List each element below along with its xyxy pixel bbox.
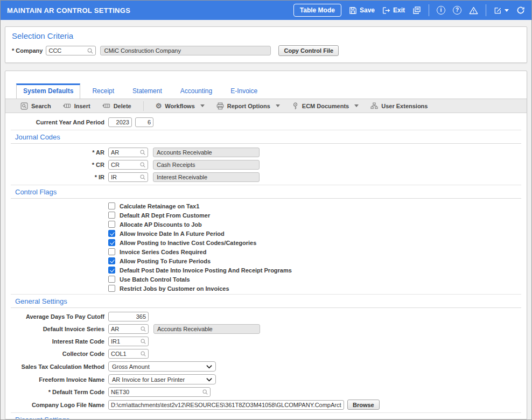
main-panel: System Defaults Receipt Statement Accoun… (5, 71, 527, 419)
collector-code-label: Collector Code (11, 351, 104, 357)
tab-receipt[interactable]: Receipt (86, 84, 121, 99)
ir-code-input[interactable] (111, 174, 139, 180)
checkbox[interactable] (108, 257, 115, 264)
checkbox[interactable] (108, 230, 115, 237)
info-button[interactable]: i (437, 6, 445, 15)
freeform-invoice-row: Freeform Invoice Name AR Invoice for Las… (11, 374, 521, 384)
user-extensions-button[interactable]: User Extensions (370, 102, 428, 109)
company-name-field: CMiC Construction Company (100, 46, 271, 55)
current-period-input[interactable] (135, 117, 153, 127)
ir-label: * IR (11, 174, 104, 180)
control-flags-list: Calculate Retainage on Tax1 Default AR D… (108, 202, 521, 292)
collector-code-input[interactable] (111, 351, 140, 357)
chevron-down-icon (206, 377, 212, 382)
workflows-dropdown-caret[interactable] (200, 104, 205, 107)
ir-desc-field: Interest Receivable (153, 172, 260, 182)
collector-code-field (108, 349, 149, 359)
avg-days-input[interactable] (108, 312, 149, 321)
company-logo-input[interactable] (108, 400, 344, 410)
org-chart-icon (370, 102, 378, 109)
delete-button[interactable]: Delete (102, 102, 131, 109)
refresh-button[interactable] (516, 6, 525, 15)
ar-code-input[interactable] (111, 149, 139, 156)
checkbox[interactable] (108, 202, 115, 209)
control-flags-title: Control Flags (11, 185, 521, 199)
info-icon: i (437, 6, 445, 15)
default-invoice-series-row: Default Invoice Series Accounts Receivab… (11, 324, 521, 334)
tab-accounting[interactable]: Accounting (174, 84, 219, 99)
checkbox[interactable] (108, 212, 115, 219)
search-lov-icon[interactable] (139, 174, 146, 180)
sales-tax-method-label: Sales Tax Calculation Method (11, 363, 104, 370)
copy-control-file-button[interactable]: Copy Control File (278, 45, 339, 56)
related-windows-button[interactable] (412, 6, 421, 15)
edit-icon (494, 6, 502, 15)
workflows-button[interactable]: ⚙ Workflows (156, 102, 205, 109)
header-actions: Table Mode Save Exit (293, 4, 525, 17)
collector-code-row: Collector Code (11, 349, 521, 359)
flag-row: Allow Posting To Future Periods (108, 257, 521, 264)
journal-codes-title: Journal Codes (11, 130, 521, 144)
tab-bar: System Defaults Receipt Statement Accoun… (5, 71, 527, 99)
exit-button[interactable]: Exit (382, 6, 405, 15)
company-label: * Company (12, 47, 43, 54)
tab-e-invoice[interactable]: E-Invoice (224, 84, 264, 99)
ir-code-field (108, 172, 148, 182)
flag-row: Allocate AP Discounts to Job (108, 221, 521, 228)
search-lov-icon[interactable] (140, 338, 146, 345)
checkbox[interactable] (108, 221, 115, 228)
tab-system-defaults[interactable]: System Defaults (16, 83, 80, 99)
interest-rate-input[interactable] (111, 338, 140, 345)
default-term-code-label: * Default Term Code (11, 389, 104, 395)
freeform-invoice-select[interactable]: AR Invoice for Laser Printer (108, 374, 216, 384)
flag-row: Invoice Series Codes Required (108, 248, 521, 255)
report-options-button[interactable]: Report Options (216, 102, 280, 110)
company-row: * Company CMiC Construction Company Copy… (12, 45, 520, 56)
company-code-input[interactable] (48, 47, 87, 54)
interest-rate-code-row: Interest Rate Code (11, 337, 521, 346)
search-lov-icon[interactable] (140, 326, 146, 332)
search-lov-icon[interactable] (139, 149, 146, 156)
cr-label: * CR (11, 162, 104, 168)
save-button[interactable]: Save (349, 6, 375, 15)
edit-mode-button[interactable] (494, 6, 509, 15)
interest-rate-code-field (108, 337, 149, 346)
browse-button[interactable]: Browse (347, 400, 380, 410)
search-lov-icon[interactable] (140, 351, 146, 357)
table-mode-button[interactable]: Table Mode (293, 4, 341, 17)
selection-criteria-title: Selection Criteria (12, 31, 520, 40)
search-lov-icon[interactable] (202, 389, 208, 395)
cr-code-input[interactable] (111, 162, 139, 168)
freeform-invoice-label: Freeform Invoice Name (11, 376, 104, 383)
default-invoice-series-label: Default Invoice Series (11, 326, 104, 332)
search-lov-icon[interactable] (87, 47, 94, 54)
sales-tax-method-select[interactable]: Gross Amount (108, 361, 216, 372)
ecm-documents-button[interactable]: ECM Documents (292, 102, 359, 110)
ecm-documents-dropdown-caret[interactable] (354, 104, 359, 107)
checkbox[interactable] (108, 285, 115, 292)
tab-statement[interactable]: Statement (126, 84, 169, 99)
checkbox[interactable] (108, 239, 115, 246)
invoice-series-desc-field: Accounts Receivable (153, 324, 260, 334)
checkbox[interactable] (108, 248, 115, 255)
chevron-down-icon[interactable] (505, 9, 509, 12)
ar-journal-row: * AR Accounts Receivable (11, 148, 521, 157)
checkbox[interactable] (108, 276, 115, 283)
checkbox[interactable] (108, 267, 115, 274)
search-button[interactable]: Search (20, 102, 51, 110)
warnings-button[interactable] (469, 6, 478, 15)
flag-row: Default AR Dept From Customer (108, 212, 521, 219)
flag-row: Calculate Retainage on Tax1 (108, 202, 521, 209)
current-year-input[interactable] (108, 117, 132, 127)
help-button[interactable]: ? (453, 6, 461, 15)
default-term-code-input[interactable] (111, 389, 202, 395)
printer-icon (216, 102, 224, 110)
invoice-series-input[interactable] (111, 326, 140, 332)
refresh-icon (516, 6, 525, 15)
exit-icon (382, 6, 390, 15)
search-lov-icon[interactable] (139, 162, 146, 168)
report-options-dropdown-caret[interactable] (276, 104, 280, 107)
company-logo-label: Company Logo File Name (11, 402, 104, 408)
page-title: MAINTAIN AR CONTROL SETTINGS (7, 6, 130, 15)
insert-button[interactable]: Insert (63, 102, 90, 109)
